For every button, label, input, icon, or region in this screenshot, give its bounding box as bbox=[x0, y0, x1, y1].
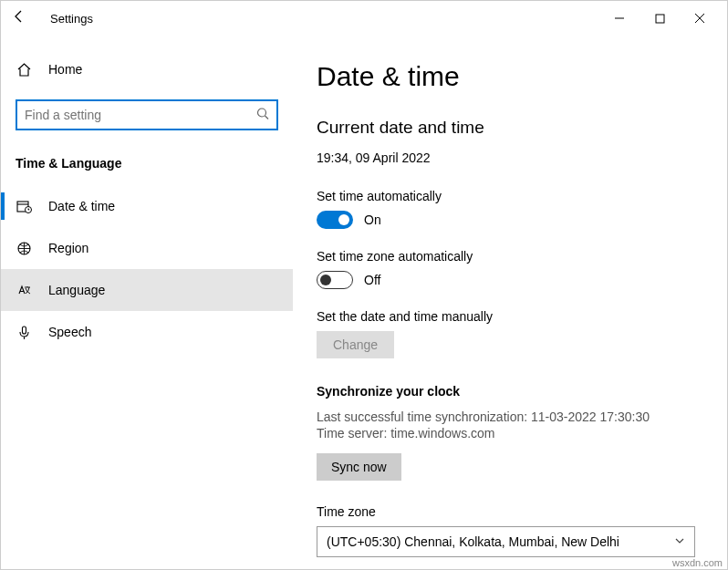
language-icon bbox=[16, 283, 32, 298]
window-title: Settings bbox=[50, 12, 93, 26]
svg-rect-0 bbox=[656, 15, 664, 23]
change-button: Change bbox=[317, 331, 394, 358]
back-button[interactable] bbox=[12, 9, 34, 28]
timezone-label: Time zone bbox=[317, 504, 703, 519]
auto-time-state: On bbox=[364, 212, 381, 227]
sidebar-item-language[interactable]: Language bbox=[1, 269, 293, 311]
home-icon bbox=[16, 62, 32, 78]
sidebar-item-label: Date & time bbox=[48, 199, 115, 213]
microphone-icon bbox=[16, 325, 32, 340]
sync-now-button[interactable]: Sync now bbox=[317, 453, 401, 481]
main-content: Date & time Current date and time 19:34,… bbox=[293, 36, 727, 569]
sync-server-text: Time server: time.windows.com bbox=[317, 426, 703, 440]
timezone-value: (UTC+05:30) Chennai, Kolkata, Mumbai, Ne… bbox=[327, 534, 619, 549]
search-icon bbox=[256, 108, 269, 123]
sidebar: Home Time & Language Date & time bbox=[1, 36, 293, 569]
sidebar-item-label: Speech bbox=[48, 325, 91, 339]
manual-date-time-label: Set the date and time manually bbox=[317, 309, 703, 324]
globe-icon bbox=[16, 241, 32, 256]
timezone-dropdown[interactable]: (UTC+05:30) Chennai, Kolkata, Mumbai, Ne… bbox=[317, 526, 695, 557]
auto-time-toggle[interactable] bbox=[317, 211, 353, 229]
current-date-time-value: 19:34, 09 April 2022 bbox=[317, 150, 703, 165]
sync-heading: Synchronize your clock bbox=[317, 384, 703, 399]
home-link[interactable]: Home bbox=[1, 52, 293, 87]
svg-point-1 bbox=[258, 109, 266, 117]
sidebar-section-header: Time & Language bbox=[1, 130, 293, 185]
auto-timezone-toggle[interactable] bbox=[317, 271, 353, 289]
svg-rect-5 bbox=[22, 326, 26, 334]
minimize-button[interactable] bbox=[599, 4, 640, 33]
calendar-clock-icon bbox=[16, 199, 32, 214]
titlebar: Settings bbox=[1, 1, 727, 36]
sidebar-item-date-time[interactable]: Date & time bbox=[1, 185, 293, 227]
sync-last-text: Last successful time synchronization: 11… bbox=[317, 409, 703, 424]
settings-window: Settings Home bbox=[0, 0, 728, 570]
sidebar-item-speech[interactable]: Speech bbox=[1, 311, 293, 353]
sidebar-item-label: Region bbox=[48, 241, 88, 255]
page-title: Date & time bbox=[317, 61, 703, 92]
search-input[interactable] bbox=[16, 99, 278, 130]
search-box[interactable] bbox=[16, 99, 278, 130]
auto-timezone-label: Set time zone automatically bbox=[317, 249, 703, 264]
home-label: Home bbox=[48, 62, 82, 77]
auto-timezone-state: Off bbox=[364, 273, 380, 287]
window-body: Home Time & Language Date & time bbox=[1, 36, 727, 569]
watermark: wsxdn.com bbox=[672, 557, 723, 568]
chevron-down-icon bbox=[674, 534, 685, 549]
close-button[interactable] bbox=[680, 4, 720, 33]
current-date-time-heading: Current date and time bbox=[317, 118, 703, 138]
auto-time-label: Set time automatically bbox=[317, 189, 703, 203]
sidebar-item-region[interactable]: Region bbox=[1, 227, 293, 269]
sidebar-item-label: Language bbox=[48, 283, 105, 297]
maximize-button[interactable] bbox=[640, 4, 680, 33]
